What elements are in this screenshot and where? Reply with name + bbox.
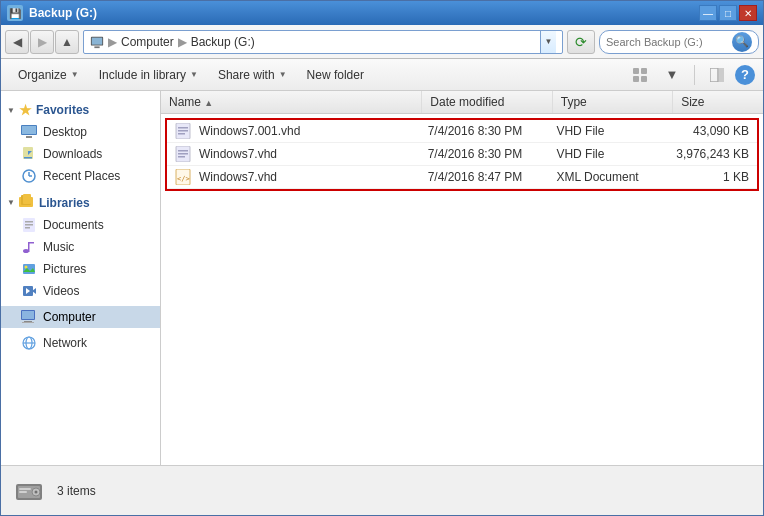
svg-rect-55 (19, 488, 31, 490)
desktop-icon (21, 124, 37, 140)
column-type[interactable]: Type (552, 91, 672, 114)
column-name[interactable]: Name ▲ (161, 91, 422, 114)
refresh-button[interactable]: ⟳ (567, 30, 595, 54)
back-button[interactable]: ◀ (5, 30, 29, 54)
music-label: Music (43, 240, 74, 254)
share-with-button[interactable]: Share with ▼ (209, 63, 296, 87)
file-type-icon: </> (175, 169, 191, 185)
search-button[interactable]: 🔍 (732, 32, 752, 52)
organize-dropdown-arrow: ▼ (71, 70, 79, 79)
svg-rect-35 (22, 311, 34, 319)
vhd-file-icon (175, 123, 191, 139)
svg-rect-11 (26, 136, 32, 138)
libraries-icon (19, 194, 35, 211)
computer-icon (90, 35, 104, 49)
recent-places-label: Recent Places (43, 169, 120, 183)
address-path[interactable]: ▶ Computer ▶ Backup (G:) ▼ (83, 30, 563, 54)
documents-label: Documents (43, 218, 104, 232)
sidebar: ▼ ★ Favorites Desktop (1, 91, 161, 465)
computer-sidebar-icon (21, 309, 37, 325)
nav-buttons: ◀ ▶ ▲ (5, 30, 79, 54)
table-row[interactable]: Windows7.001.vhd 7/4/2016 8:30 PM VHD Fi… (167, 120, 757, 143)
file-size: 3,976,243 KB (667, 143, 757, 166)
videos-icon (21, 283, 37, 299)
svg-rect-7 (710, 68, 718, 82)
forward-button[interactable]: ▶ (30, 30, 54, 54)
minimize-button[interactable]: — (699, 5, 717, 21)
organize-button[interactable]: Organize ▼ (9, 63, 88, 87)
svg-text:</>: </> (177, 175, 190, 183)
close-button[interactable]: ✕ (739, 5, 757, 21)
sidebar-item-music[interactable]: Music (1, 236, 160, 258)
recent-places-icon (21, 168, 37, 184)
sort-asc-icon: ▲ (204, 98, 213, 108)
sidebar-item-desktop[interactable]: Desktop (1, 121, 160, 143)
share-dropdown-arrow: ▼ (279, 70, 287, 79)
up-button[interactable]: ▲ (55, 30, 79, 54)
file-size: 43,090 KB (667, 120, 757, 143)
sidebar-section-computer: Computer (1, 306, 160, 328)
title-bar-left: 💾 Backup (G:) (7, 5, 97, 21)
views-icon (633, 68, 647, 82)
sidebar-section-network: Network (1, 332, 160, 354)
title-bar-controls: — □ ✕ (699, 5, 757, 21)
new-folder-label: New folder (307, 68, 364, 82)
sidebar-item-computer[interactable]: Computer (1, 306, 160, 328)
file-type-icon (175, 146, 191, 162)
svg-rect-44 (178, 133, 185, 135)
path-computer: Computer (121, 35, 174, 49)
file-name: Windows7.001.vhd (199, 124, 300, 138)
maximize-button[interactable]: □ (719, 5, 737, 21)
svg-point-54 (35, 490, 38, 493)
pictures-label: Pictures (43, 262, 86, 276)
file-area: Name ▲ Date modified Type Size (161, 91, 763, 465)
help-button[interactable]: ? (735, 65, 755, 85)
network-icon (21, 335, 37, 351)
change-view-button[interactable] (626, 63, 654, 87)
table-row[interactable]: Windows7.vhd 7/4/2016 8:30 PM VHD File 3… (167, 143, 757, 166)
sidebar-item-network[interactable]: Network (1, 332, 160, 354)
downloads-label: Downloads (43, 147, 102, 161)
svg-rect-37 (22, 322, 34, 323)
include-library-button[interactable]: Include in library ▼ (90, 63, 207, 87)
column-date-modified[interactable]: Date modified (422, 91, 552, 114)
pictures-icon (21, 261, 37, 277)
selected-files-table: Windows7.001.vhd 7/4/2016 8:30 PM VHD Fi… (167, 120, 757, 189)
svg-rect-46 (178, 150, 188, 152)
path-separator2: ▶ (178, 35, 187, 49)
preview-pane-button[interactable] (703, 63, 731, 87)
search-box[interactable]: 🔍 (599, 30, 759, 54)
content-area: ▼ ★ Favorites Desktop (1, 91, 763, 465)
sidebar-item-pictures[interactable]: Pictures (1, 258, 160, 280)
svg-rect-27 (28, 242, 34, 244)
svg-rect-20 (23, 194, 31, 204)
vhd-file-icon (175, 146, 191, 162)
xml-file-icon: </> (175, 169, 191, 185)
sidebar-item-downloads[interactable]: Downloads (1, 143, 160, 165)
sidebar-item-videos[interactable]: Videos (1, 280, 160, 302)
sidebar-item-recent-places[interactable]: Recent Places (1, 165, 160, 187)
svg-rect-22 (25, 221, 33, 223)
sidebar-item-documents[interactable]: Documents (1, 214, 160, 236)
sidebar-header-favorites[interactable]: ▼ ★ Favorites (1, 99, 160, 121)
table-row[interactable]: </> Windows7.vhd 7/4/2016 8:47 PM XML Do… (167, 166, 757, 189)
svg-rect-6 (641, 76, 647, 82)
path-backup: Backup (G:) (191, 35, 255, 49)
sidebar-header-libraries[interactable]: ▼ Libraries (1, 191, 160, 214)
documents-icon (21, 217, 37, 233)
file-name-cell: Windows7.001.vhd (167, 120, 420, 143)
view-dropdown-button[interactable]: ▼ (658, 63, 686, 87)
toolbar-right: ▼ ? (626, 63, 755, 87)
new-folder-button[interactable]: New folder (298, 63, 373, 87)
svg-rect-3 (633, 68, 639, 74)
file-type: VHD File (548, 143, 667, 166)
file-date: 7/4/2016 8:47 PM (420, 166, 549, 189)
search-input[interactable] (606, 36, 728, 48)
svg-rect-10 (22, 126, 36, 134)
svg-rect-2 (92, 37, 103, 44)
svg-rect-23 (25, 224, 33, 226)
window-title: Backup (G:) (29, 6, 97, 20)
column-size[interactable]: Size (673, 91, 763, 114)
path-dropdown[interactable]: ▼ (540, 31, 556, 53)
music-icon (21, 239, 37, 255)
